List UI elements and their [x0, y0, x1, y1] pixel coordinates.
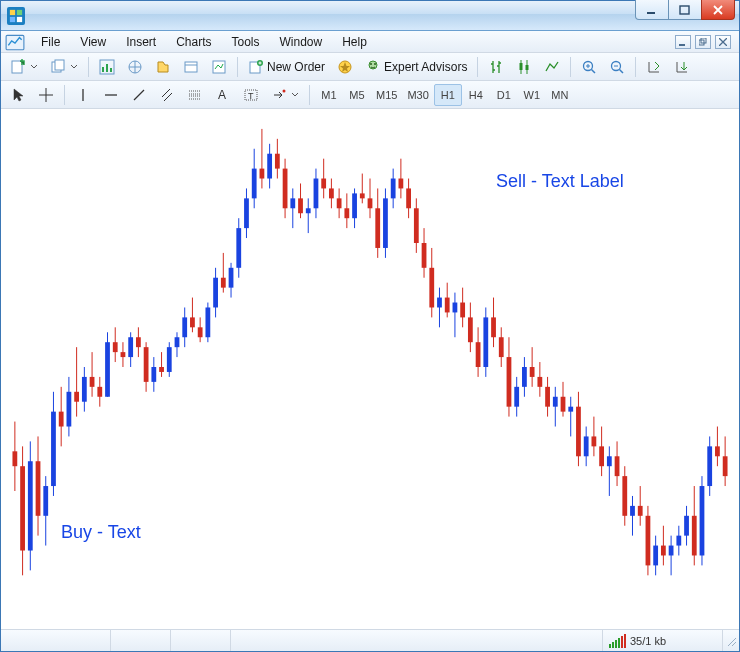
timeframe-w1-button[interactable]: W1 [518, 84, 546, 106]
autotrading-button[interactable] [332, 56, 358, 78]
status-cell-2 [111, 630, 171, 651]
arrows-button[interactable] [266, 84, 304, 106]
line-chart-button[interactable] [539, 56, 565, 78]
text-button[interactable]: A [210, 84, 236, 106]
navigator-button[interactable] [122, 56, 148, 78]
close-button[interactable] [701, 0, 735, 20]
toolbar-drawing: A T M1M5M15M30H1H4D1W1MN [1, 81, 739, 109]
minimize-button[interactable] [635, 0, 669, 20]
status-cell-3 [171, 630, 231, 651]
mdi-restore-button[interactable] [695, 35, 711, 49]
svg-point-21 [370, 63, 372, 65]
svg-rect-4 [647, 12, 655, 14]
auto-scroll-button[interactable] [641, 56, 667, 78]
svg-text:T: T [248, 91, 254, 101]
menu-view[interactable]: View [70, 33, 116, 51]
svg-rect-16 [213, 61, 225, 73]
svg-rect-5 [680, 6, 689, 14]
mdi-close-button[interactable] [715, 35, 731, 49]
svg-rect-1 [17, 9, 22, 14]
zoom-out-button[interactable] [604, 56, 630, 78]
trendline-button[interactable] [126, 84, 152, 106]
chevron-down-icon [291, 87, 299, 103]
expert-advisors-label: Expert Advisors [384, 60, 467, 74]
chevron-down-icon [30, 59, 38, 75]
window-controls [635, 1, 739, 30]
svg-rect-23 [520, 63, 523, 70]
svg-rect-3 [17, 16, 22, 21]
maximize-button[interactable] [668, 0, 702, 20]
svg-point-30 [283, 89, 286, 92]
statusbar: 35/1 kb [1, 629, 739, 651]
text-label-button[interactable]: T [238, 84, 264, 106]
strategy-tester-button[interactable] [206, 56, 232, 78]
data-window-button[interactable] [150, 56, 176, 78]
timeframe-h4-button[interactable]: H4 [462, 84, 490, 106]
crosshair-button[interactable] [33, 84, 59, 106]
menubar: File View Insert Charts Tools Window Hel… [1, 31, 739, 53]
terminal-button[interactable] [178, 56, 204, 78]
menu-tools[interactable]: Tools [222, 33, 270, 51]
new-chart-button[interactable] [5, 56, 43, 78]
bar-chart-button[interactable] [483, 56, 509, 78]
timeframe-d1-button[interactable]: D1 [490, 84, 518, 106]
profiles-button[interactable] [45, 56, 83, 78]
mdi-controls [675, 35, 735, 49]
equidistant-channel-button[interactable] [154, 84, 180, 106]
svg-rect-7 [679, 44, 685, 46]
market-watch-button[interactable] [94, 56, 120, 78]
signal-bars-icon [609, 634, 630, 648]
cursor-button[interactable] [5, 84, 31, 106]
app-icon [7, 7, 25, 25]
toolbar-main: New Order Expert Advisors [1, 53, 739, 81]
chart-shift-button[interactable] [669, 56, 695, 78]
svg-rect-12 [55, 60, 64, 70]
app-window: File View Insert Charts Tools Window Hel… [0, 0, 740, 652]
vertical-line-button[interactable] [70, 84, 96, 106]
menu-file[interactable]: File [31, 33, 70, 51]
menu-help[interactable]: Help [332, 33, 377, 51]
candlestick-chart[interactable] [1, 109, 739, 629]
status-cell-1 [1, 630, 111, 651]
zoom-in-button[interactable] [576, 56, 602, 78]
timeframe-group: M1M5M15M30H1H4D1W1MN [315, 84, 574, 106]
menu-insert[interactable]: Insert [116, 33, 166, 51]
connection-status[interactable]: 35/1 kb [603, 630, 723, 651]
timeframe-m5-button[interactable]: M5 [343, 84, 371, 106]
titlebar[interactable] [1, 1, 739, 31]
svg-rect-2 [10, 16, 15, 21]
timeframe-m1-button[interactable]: M1 [315, 84, 343, 106]
fibonacci-button[interactable] [182, 84, 208, 106]
candlestick-chart-button[interactable] [511, 56, 537, 78]
svg-point-22 [374, 63, 376, 65]
mdi-minimize-button[interactable] [675, 35, 691, 49]
menu-app-icon [5, 33, 25, 51]
new-order-button[interactable]: New Order [243, 56, 330, 78]
menu-charts[interactable]: Charts [166, 33, 221, 51]
svg-rect-0 [10, 9, 15, 14]
svg-rect-24 [526, 65, 529, 70]
svg-rect-15 [185, 62, 197, 72]
new-order-label: New Order [267, 60, 325, 74]
menu-window[interactable]: Window [270, 33, 333, 51]
chart-area[interactable]: Sell - Text Label Buy - Text [1, 109, 739, 629]
expert-advisors-button[interactable]: Expert Advisors [360, 56, 472, 78]
timeframe-m15-button[interactable]: M15 [371, 84, 402, 106]
resize-grip[interactable] [723, 633, 739, 649]
svg-rect-10 [12, 61, 22, 73]
chevron-down-icon [70, 59, 78, 75]
horizontal-line-button[interactable] [98, 84, 124, 106]
timeframe-h1-button[interactable]: H1 [434, 84, 462, 106]
traffic-label: 35/1 kb [630, 635, 666, 647]
timeframe-mn-button[interactable]: MN [546, 84, 574, 106]
svg-text:A: A [218, 88, 226, 102]
timeframe-m30-button[interactable]: M30 [402, 84, 433, 106]
